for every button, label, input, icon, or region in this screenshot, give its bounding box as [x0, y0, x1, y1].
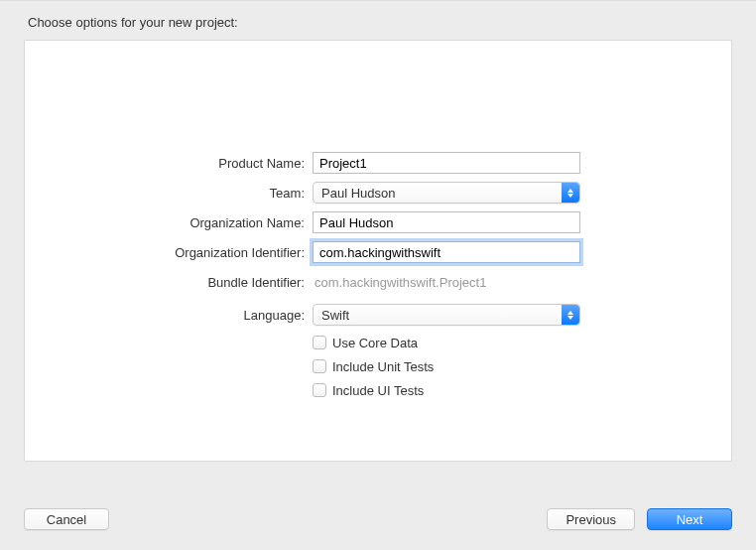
organization-identifier-input[interactable] — [313, 241, 580, 263]
use-core-data-row: Use Core Data — [25, 334, 731, 351]
team-row: Team: Paul Hudson — [25, 182, 731, 204]
use-core-data-checkbox[interactable] — [313, 336, 326, 349]
bundle-identifier-value: com.hackingwithswift.Project1 — [313, 275, 486, 290]
options-panel: Product Name: Team: Paul Hudson — [24, 40, 732, 462]
team-select-value: Paul Hudson — [321, 186, 395, 201]
product-name-row: Product Name: — [25, 152, 731, 174]
team-select[interactable]: Paul Hudson — [313, 182, 580, 204]
product-name-label: Product Name: — [25, 156, 313, 171]
previous-button[interactable]: Previous — [547, 508, 635, 530]
button-bar: Cancel Previous Next — [24, 508, 732, 530]
language-row: Language: Swift — [25, 304, 731, 326]
include-ui-tests-label: Include UI Tests — [332, 383, 424, 398]
organization-name-input[interactable] — [313, 211, 580, 233]
include-ui-tests-checkbox[interactable] — [313, 383, 326, 397]
include-unit-tests-checkbox[interactable] — [313, 359, 326, 373]
use-core-data-label: Use Core Data — [332, 336, 418, 350]
language-label: Language: — [25, 308, 313, 323]
updown-arrows-icon — [562, 305, 579, 325]
options-form: Product Name: Team: Paul Hudson — [25, 152, 731, 405]
bundle-identifier-row: Bundle Identifier: com.hackingwithswift.… — [25, 271, 731, 293]
language-select-value: Swift — [321, 308, 349, 323]
organization-identifier-row: Organization Identifier: — [25, 241, 731, 263]
product-name-input[interactable] — [313, 152, 580, 174]
next-button[interactable]: Next — [647, 508, 732, 530]
team-label: Team: — [25, 186, 313, 201]
language-select[interactable]: Swift — [313, 304, 580, 326]
organization-name-row: Organization Name: — [25, 211, 731, 233]
new-project-options-sheet: Choose options for your new project: Pro… — [0, 0, 756, 550]
bundle-identifier-label: Bundle Identifier: — [25, 275, 313, 290]
sheet-title: Choose options for your new project: — [0, 1, 756, 40]
organization-name-label: Organization Name: — [25, 215, 313, 230]
organization-identifier-label: Organization Identifier: — [25, 245, 313, 260]
updown-arrows-icon — [562, 183, 579, 203]
include-unit-tests-row: Include Unit Tests — [25, 357, 731, 375]
include-unit-tests-label: Include Unit Tests — [332, 359, 434, 374]
cancel-button[interactable]: Cancel — [24, 508, 109, 530]
include-ui-tests-row: Include UI Tests — [25, 381, 731, 399]
